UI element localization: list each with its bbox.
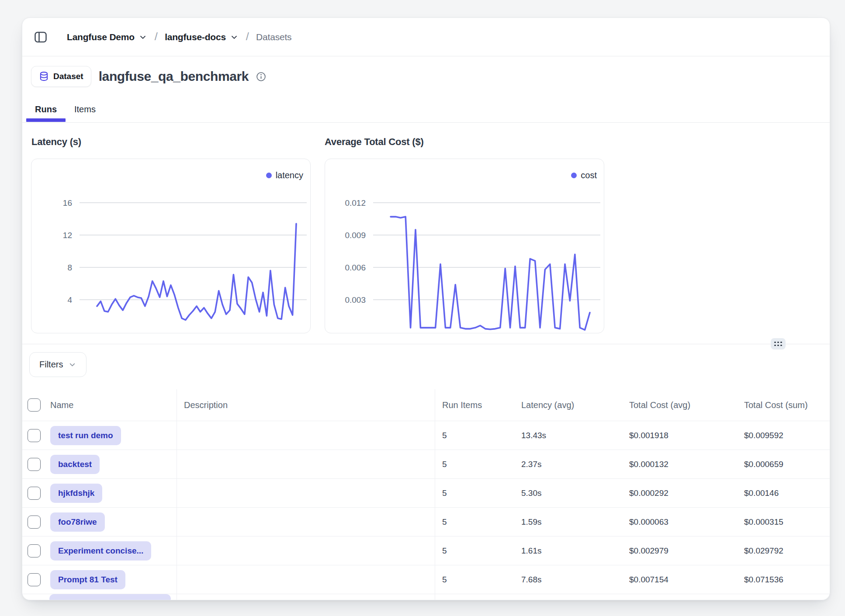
svg-text:0.009: 0.009 [345,231,366,240]
run-name-badge[interactable]: foo78riwe [50,512,105,532]
latency-avg-cell: 13.43s [521,431,629,440]
total-cost-sum-cell: $0.000315 [744,517,830,527]
col-header-name: Name [50,400,73,410]
run-items-cell: 5 [435,460,521,469]
legend-label: latency [276,170,303,180]
database-icon [39,71,49,82]
latency-chart-canvas: 161284 [31,159,310,333]
breadcrumb-project[interactable]: langfuse-docs [165,32,239,42]
row-checkbox[interactable] [28,516,41,529]
tab-items-label: Items [74,104,96,114]
table-header-row: Name Description Run Items Latency (avg)… [22,389,830,421]
page-title: langfuse_qa_benchmark [99,69,249,84]
run-items-cell: 5 [435,575,521,585]
legend-dot [266,173,272,178]
svg-text:4: 4 [67,295,72,305]
total-cost-avg-cell: $0.002979 [629,546,744,556]
total-cost-avg-cell: $0.000063 [629,517,744,527]
row-checkbox[interactable] [28,487,41,500]
total-cost-sum-cell: $0.000659 [744,460,830,469]
cost-chart-card: 0.0120.0090.0060.003 cost [325,159,604,333]
total-cost-sum-cell: $0.009592 [744,431,830,440]
active-tab-underline [26,118,66,122]
col-header-total-cost-avg: Total Cost (avg) [629,400,744,410]
svg-text:12: 12 [63,231,72,240]
latency-avg-cell: 2.37s [521,460,629,469]
latency-avg-cell: 1.61s [521,546,629,556]
svg-text:16: 16 [63,198,72,208]
run-name-badge[interactable]: Experiment concise... [50,541,151,561]
filters-button[interactable]: Filters [29,352,87,377]
latency-avg-cell: 7.68s [521,575,629,585]
cost-chart-title: Average Total Cost ($) [325,136,424,148]
legend-label: cost [581,170,597,180]
table-body: test run demo 5 13.43s $0.001918 $0.0095… [22,421,830,594]
run-name-badge[interactable]: hjkfdshjk [50,484,102,503]
run-items-cell: 5 [435,488,521,498]
panel-left-icon [34,30,48,44]
breadcrumb-separator: / [246,31,249,43]
col-header-latency-avg: Latency (avg) [521,400,629,410]
dataset-header: Dataset langfuse_qa_benchmark [31,66,266,87]
page-background: Langfuse Demo / langfuse-docs / Datasets [0,0,845,616]
chevron-down-icon [68,360,76,369]
info-icon[interactable] [256,72,266,82]
tab-items[interactable]: Items [66,100,104,118]
total-cost-avg-cell: $0.000292 [629,488,744,498]
chevron-down-icon [230,33,239,42]
run-name-badge[interactable] [49,594,171,600]
top-navigation: Langfuse Demo / langfuse-docs / Datasets [22,18,830,56]
runs-table: Name Description Run Items Latency (avg)… [22,389,830,600]
row-checkbox[interactable] [28,573,41,586]
latency-chart-card: 161284 latency [31,159,311,333]
latency-chart-legend: latency [266,170,303,180]
svg-text:8: 8 [67,263,72,272]
total-cost-avg-cell: $0.001918 [629,431,744,440]
col-header-description: Description [184,400,228,410]
tab-runs[interactable]: Runs [26,100,66,118]
run-items-cell: 5 [435,431,521,440]
app-window: Langfuse Demo / langfuse-docs / Datasets [22,17,830,600]
total-cost-sum-cell: $0.071536 [744,575,830,585]
row-checkbox[interactable] [28,429,41,442]
tabbar-divider [22,122,830,123]
table-row: Experiment concise... 5 1.61s $0.002979 … [22,536,830,565]
total-cost-avg-cell: $0.007154 [629,575,744,585]
breadcrumb-separator: / [155,31,158,43]
row-checkbox[interactable] [28,544,41,557]
col-header-total-cost-sum: Total Cost (sum) [744,400,830,410]
cost-chart-canvas: 0.0120.0090.0060.003 [325,159,604,333]
table-row: foo78riwe 5 1.59s $0.000063 $0.000315 [22,508,830,536]
select-all-checkbox[interactable] [28,398,41,412]
svg-text:0.003: 0.003 [345,295,366,305]
table-row: test run demo 5 13.43s $0.001918 $0.0095… [22,421,830,450]
svg-text:0.006: 0.006 [345,263,366,272]
chevron-down-icon [139,33,147,42]
table-row: hjkfdshjk 5 5.30s $0.000292 $0.00146 [22,479,830,508]
six-dot-grid-icon [774,342,782,346]
total-cost-avg-cell: $0.000132 [629,460,744,469]
cost-chart-legend: cost [571,170,597,180]
run-items-cell: 5 [435,546,521,556]
col-header-run-items: Run Items [435,400,521,410]
section-divider [22,344,830,344]
breadcrumb-datasets[interactable]: Datasets [256,32,291,42]
legend-dot [571,173,577,178]
table-row: backtest 5 2.37s $0.000132 $0.000659 [22,450,830,479]
tab-runs-label: Runs [35,104,57,114]
run-name-badge[interactable]: test run demo [50,426,121,445]
panel-resize-handle-button[interactable] [771,338,786,350]
dataset-badge: Dataset [31,66,91,87]
table-row: Prompt 81 Test 5 7.68s $0.007154 $0.0715… [22,565,830,594]
run-name-badge[interactable]: Prompt 81 Test [50,570,125,589]
total-cost-sum-cell: $0.029792 [744,546,830,556]
breadcrumb-org[interactable]: Langfuse Demo [67,32,147,42]
filters-button-label: Filters [39,360,63,370]
latency-avg-cell: 1.59s [521,517,629,527]
run-name-badge[interactable]: backtest [50,455,100,474]
row-checkbox[interactable] [28,458,41,471]
table-row-partial [22,594,830,600]
tab-bar: Runs Items [26,100,104,118]
sidebar-toggle-button[interactable] [34,30,48,44]
latency-avg-cell: 5.30s [521,488,629,498]
